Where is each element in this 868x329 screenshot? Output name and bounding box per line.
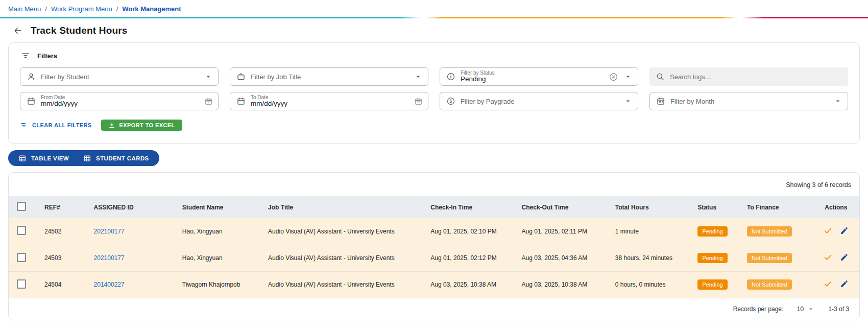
student-cards-button[interactable]: STUDENT CARDS xyxy=(76,150,156,166)
ref-cell: 24504 xyxy=(39,271,89,298)
student-name-cell: Tiwagorn Khajornpob xyxy=(177,271,263,298)
table-view-button[interactable]: TABLE VIEW xyxy=(11,150,76,166)
to-finance-badge: Not Submitted xyxy=(747,226,792,237)
filter-job-title-select[interactable]: Filter by Job Title xyxy=(230,67,428,86)
edit-pencil-icon[interactable] xyxy=(840,253,849,262)
column-header-check-out: Check-Out Time xyxy=(517,196,610,218)
records-per-page-label: Records per page: xyxy=(733,306,784,313)
date-picker-icon[interactable] xyxy=(204,97,213,106)
filters-heading: Filters xyxy=(37,52,57,60)
table-row: 24502202100177Hao, XingyuanAudio Visual … xyxy=(9,218,859,245)
filter-paygrade-select[interactable]: $ Filter by Paygrade xyxy=(440,92,638,110)
column-header-to-finance: To Finance xyxy=(742,196,812,218)
filter-list-icon xyxy=(21,51,30,60)
logs-table-card: Showing 3 of 6 records REF# ASSIGNED ID … xyxy=(8,172,860,320)
column-header-check-in: Check-In Time xyxy=(425,196,516,218)
column-header-status: Status xyxy=(692,196,742,218)
breadcrumb-separator: / xyxy=(116,5,118,13)
approve-check-icon[interactable] xyxy=(823,279,833,289)
student-name-cell: Hao, Xingyuan xyxy=(177,218,263,245)
to-finance-badge: Not Submitted xyxy=(747,279,792,290)
to-date-value: mm/dd/yyyy xyxy=(251,100,409,108)
info-icon xyxy=(446,72,455,81)
select-all-checkbox[interactable] xyxy=(17,202,26,211)
ref-cell: 24502 xyxy=(39,218,89,245)
search-icon xyxy=(656,72,665,81)
assigned-id-link[interactable]: 202100177 xyxy=(94,254,125,262)
filter-status-select[interactable]: Filter by Status Pending xyxy=(440,67,638,86)
dollar-circle-icon: $ xyxy=(446,97,455,106)
to-date-field[interactable]: To Date mm/dd/yyyy xyxy=(230,92,428,110)
total-hours-cell: 0 hours, 0 minutes xyxy=(610,271,693,298)
ref-cell: 24503 xyxy=(39,245,89,271)
status-badge: Pending xyxy=(697,226,727,237)
assigned-id-link[interactable]: 201400227 xyxy=(94,281,125,288)
calendar-icon xyxy=(27,97,36,106)
check-out-cell: Aug 01, 2025, 02:11 PM xyxy=(517,218,610,245)
column-header-job-title: Job Title xyxy=(263,196,425,218)
chevron-down-icon xyxy=(204,72,213,81)
table-row: 24503202100177Hao, XingyuanAudio Visual … xyxy=(9,245,859,271)
row-checkbox[interactable] xyxy=(17,226,26,235)
chevron-down-icon xyxy=(623,97,633,106)
row-checkbox[interactable] xyxy=(17,279,26,289)
filters-panel: Filters Filter by Student Filter by Job … xyxy=(8,42,860,144)
breadcrumb-current-work-management: Work Management xyxy=(122,5,181,13)
search-logs-field[interactable] xyxy=(649,67,848,86)
filter-month-select[interactable]: Filter by Month xyxy=(649,92,848,110)
records-per-page-value: 10 xyxy=(797,306,804,313)
grid-icon xyxy=(83,154,91,162)
edit-pencil-icon[interactable] xyxy=(840,226,849,235)
calendar-month-icon xyxy=(656,97,665,106)
table-icon xyxy=(18,154,27,162)
check-out-cell: Aug 03, 2025, 10:38 AM xyxy=(517,271,610,298)
status-badge: Pending xyxy=(697,253,727,263)
job-title-cell: Audio Visual (AV) Assistant - University… xyxy=(263,245,425,271)
total-hours-cell: 38 hours, 24 minutes xyxy=(610,245,693,271)
chevron-down-icon xyxy=(807,305,815,313)
check-in-cell: Aug 01, 2025, 02:10 PM xyxy=(425,218,516,245)
to-finance-badge: Not Submitted xyxy=(747,253,792,263)
column-header-student-name: Student Name xyxy=(177,196,263,218)
filter-month-placeholder: Filter by Month xyxy=(670,98,828,105)
page-title: Track Student Hours xyxy=(31,25,128,36)
records-per-page-select[interactable]: 10 xyxy=(797,305,815,313)
pagination-bar: Records per page: 10 1-3 of 3 xyxy=(9,298,859,320)
search-logs-input[interactable] xyxy=(670,73,842,81)
breadcrumb-link-work-program-menu[interactable]: Work Program Menu xyxy=(51,5,112,13)
from-date-value: mm/dd/yyyy xyxy=(41,100,199,108)
pagination-range-text: 1-3 of 3 xyxy=(828,306,849,313)
assigned-id-link[interactable]: 202100177 xyxy=(94,228,125,235)
check-in-cell: Aug 03, 2025, 10:38 AM xyxy=(425,271,516,298)
approve-check-icon[interactable] xyxy=(823,226,833,236)
back-arrow-icon[interactable] xyxy=(12,25,23,36)
download-icon xyxy=(108,122,115,129)
row-checkbox[interactable] xyxy=(17,253,26,262)
total-hours-cell: 1 minute xyxy=(610,218,693,245)
column-header-actions: Actions xyxy=(812,196,859,218)
filter-status-value: Pending xyxy=(461,76,604,83)
student-name-cell: Hao, Xingyuan xyxy=(177,245,263,271)
logs-table: REF# ASSIGNED ID Student Name Job Title … xyxy=(9,196,859,298)
from-date-field[interactable]: From Date mm/dd/yyyy xyxy=(20,92,219,110)
view-toggle: TABLE VIEW STUDENT CARDS xyxy=(8,150,159,166)
filter-job-title-placeholder: Filter by Job Title xyxy=(251,73,408,81)
status-badge: Pending xyxy=(697,279,727,290)
date-picker-icon[interactable] xyxy=(414,97,423,106)
approve-check-icon[interactable] xyxy=(823,252,833,262)
person-icon xyxy=(27,72,36,81)
chevron-down-icon xyxy=(414,72,423,81)
edit-pencil-icon[interactable] xyxy=(840,279,849,288)
filter-student-select[interactable]: Filter by Student xyxy=(20,67,219,86)
chevron-down-icon xyxy=(623,72,633,81)
calendar-icon xyxy=(236,97,246,106)
export-to-excel-button[interactable]: EXPORT TO EXCEL xyxy=(101,120,182,131)
breadcrumb-link-main-menu[interactable]: Main Menu xyxy=(8,5,41,13)
clear-all-filters-label: CLEAR ALL FILTERS xyxy=(32,122,92,128)
clear-status-icon[interactable] xyxy=(609,72,618,82)
briefcase-icon xyxy=(236,72,246,81)
svg-text:$: $ xyxy=(450,99,452,104)
clear-all-filters-button[interactable]: CLEAR ALL FILTERS xyxy=(20,121,92,129)
filter-student-placeholder: Filter by Student xyxy=(41,73,199,81)
filter-grid: Filter by Student Filter by Job Title Fi… xyxy=(20,67,848,110)
